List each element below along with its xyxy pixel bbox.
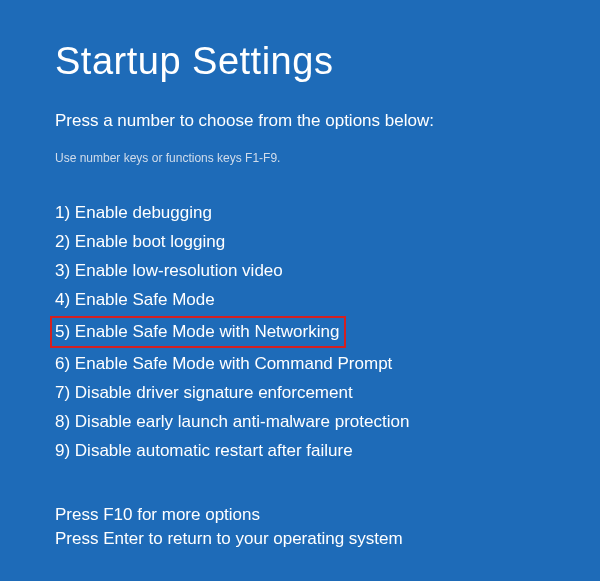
option-8-disable-antimalware[interactable]: 8) Disable early launch anti-malware pro… — [55, 409, 409, 435]
option-1-debugging[interactable]: 1) Enable debugging — [55, 200, 212, 226]
option-2-boot-logging[interactable]: 2) Enable boot logging — [55, 229, 225, 255]
instruction-subtitle: Press a number to choose from the option… — [55, 111, 600, 131]
option-7-disable-driver-sig[interactable]: 7) Disable driver signature enforcement — [55, 380, 353, 406]
footer-more-options: Press F10 for more options — [55, 503, 403, 527]
key-hint: Use number keys or functions keys F1-F9. — [55, 151, 600, 165]
option-4-safe-mode[interactable]: 4) Enable Safe Mode — [55, 287, 215, 313]
page-title: Startup Settings — [55, 40, 600, 83]
option-3-low-res-video[interactable]: 3) Enable low-resolution video — [55, 258, 283, 284]
footer-return: Press Enter to return to your operating … — [55, 527, 403, 551]
startup-settings-screen: Startup Settings Press a number to choos… — [0, 0, 600, 464]
footer-instructions: Press F10 for more options Press Enter t… — [55, 503, 403, 551]
option-9-disable-auto-restart[interactable]: 9) Disable automatic restart after failu… — [55, 438, 353, 464]
options-list: 1) Enable debugging 2) Enable boot loggi… — [55, 200, 600, 464]
option-5-safe-mode-networking[interactable]: 5) Enable Safe Mode with Networking — [50, 316, 346, 348]
option-6-safe-mode-cmd[interactable]: 6) Enable Safe Mode with Command Prompt — [55, 351, 392, 377]
